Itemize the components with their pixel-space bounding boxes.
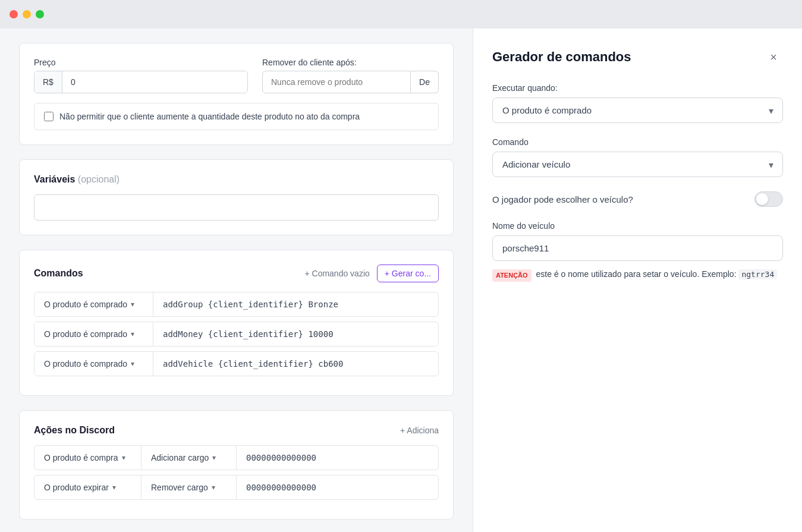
panel-header: Gerador de comandos ×: [492, 48, 783, 67]
chevron-down-icon: ▾: [112, 483, 116, 492]
toggle-knob: [756, 193, 768, 205]
chevron-down-icon: ▾: [131, 300, 134, 309]
command-row: O produto é comprado ▾ addVehicle {clien…: [34, 351, 439, 376]
command-trigger-1[interactable]: O produto é comprado ▾: [34, 292, 153, 316]
comando-select-wrapper: Adicionar veículo Remover veículo Adicio…: [492, 152, 783, 177]
nome-veiculo-label: Nome do veículo: [492, 221, 783, 231]
discord-header: Ações no Discord + Adiciona: [34, 425, 439, 436]
chevron-down-icon: ▾: [212, 483, 215, 492]
commands-title: Comandos: [34, 268, 83, 279]
minimize-button[interactable]: [23, 10, 31, 18]
remove-label: Remover do cliente após:: [262, 58, 439, 67]
comando-label: Comando: [492, 137, 783, 147]
player-choose-vehicle-toggle[interactable]: [754, 191, 783, 207]
chevron-down-icon: ▾: [131, 360, 134, 368]
discord-section: Ações no Discord + Adiciona O produto é …: [19, 410, 454, 520]
panel-title: Gerador de comandos: [492, 49, 631, 65]
chevron-down-icon: ▾: [212, 454, 216, 462]
add-discord-action-button[interactable]: + Adiciona: [400, 426, 439, 435]
warning-row: ATENÇÃO este é o nome utilizado para set…: [492, 268, 783, 282]
variables-subtitle: (opcional): [78, 174, 119, 184]
warning-code: ngtrr34: [738, 269, 777, 279]
remove-input[interactable]: [262, 71, 411, 93]
price-field: R$: [34, 71, 248, 93]
command-text-2: addMoney {client_identifier} 10000: [153, 322, 438, 346]
price-prefix: R$: [34, 71, 62, 93]
discord-title: Ações no Discord: [34, 425, 115, 436]
executar-select[interactable]: O produto é comprado O produto expirar O…: [492, 97, 783, 123]
executar-label: Executar quando:: [492, 83, 783, 93]
warning-text: este é o nome utilizado para setar o veí…: [536, 268, 778, 281]
discord-row: O produto expirar ▾ Remover cargo ▾ 0000…: [34, 475, 439, 500]
variables-section: Variáveis (opcional): [19, 159, 454, 235]
generate-command-button[interactable]: + Gerar co...: [377, 265, 439, 282]
discord-trigger-1[interactable]: O produto é compra ▾: [34, 446, 141, 470]
command-trigger-2-label: O produto é comprado: [44, 329, 127, 339]
quantity-checkbox-label: Não permitir que o cliente aumente a qua…: [59, 112, 360, 121]
discord-action-2-label: Remover cargo: [151, 483, 208, 492]
discord-trigger-2-label: O produto expirar: [44, 483, 109, 492]
chevron-down-icon: ▾: [131, 330, 134, 338]
toggle-label: O jogador pode escolher o veículo?: [492, 194, 633, 204]
discord-action-1[interactable]: Adicionar cargo ▾: [141, 446, 237, 470]
quantity-checkbox[interactable]: [44, 112, 54, 121]
price-section: Preço R$ Remover do cliente após: De Não…: [19, 43, 454, 145]
quantity-checkbox-row: Não permitir que o cliente aumente a qua…: [34, 103, 439, 130]
discord-trigger-1-label: O produto é compra: [44, 453, 118, 462]
add-empty-command-button[interactable]: + Comando vazio: [304, 269, 369, 278]
command-row: O produto é comprado ▾ addGroup {client_…: [34, 292, 439, 317]
atencao-badge: ATENÇÃO: [492, 269, 531, 282]
right-panel: Gerador de comandos × Executar quando: O…: [473, 29, 802, 532]
commands-section: Comandos + Comando vazio + Gerar co... O…: [19, 250, 454, 396]
comando-select[interactable]: Adicionar veículo Remover veículo Adicio…: [492, 152, 783, 177]
chevron-down-icon: ▾: [122, 454, 125, 462]
commands-header: Comandos + Comando vazio + Gerar co...: [34, 265, 439, 282]
toggle-row: O jogador pode escolher o veículo?: [492, 191, 783, 207]
command-trigger-3[interactable]: O produto é comprado ▾: [34, 352, 153, 376]
close-button[interactable]: [10, 10, 18, 18]
discord-value-1: 00000000000000: [237, 446, 438, 470]
price-input[interactable]: [62, 71, 247, 93]
remove-button[interactable]: De: [411, 71, 439, 93]
commands-actions: + Comando vazio + Gerar co...: [304, 265, 439, 282]
maximize-button[interactable]: [36, 10, 44, 18]
discord-action-2[interactable]: Remover cargo ▾: [141, 476, 237, 499]
main-content: Preço R$ Remover do cliente após: De Não…: [0, 29, 473, 532]
command-row: O produto é comprado ▾ addMoney {client_…: [34, 322, 439, 347]
command-trigger-3-label: O produto é comprado: [44, 359, 127, 369]
variables-title: Variáveis: [34, 174, 75, 184]
executar-select-wrapper: O produto é comprado O produto expirar O…: [492, 97, 783, 123]
discord-row: O produto é compra ▾ Adicionar cargo ▾ 0…: [34, 445, 439, 470]
nome-veiculo-input[interactable]: [492, 235, 783, 261]
command-text-1: addGroup {client_identifier} Bronze: [153, 292, 438, 316]
price-label: Preço: [34, 58, 248, 67]
command-trigger-2[interactable]: O produto é comprado ▾: [34, 322, 153, 346]
close-panel-button[interactable]: ×: [764, 48, 783, 67]
command-text-3: addVehicle {client_identifier} cb600: [153, 352, 438, 376]
discord-value-2: 00000000000000: [237, 476, 438, 499]
discord-action-1-label: Adicionar cargo: [151, 453, 209, 462]
command-trigger-1-label: O produto é comprado: [44, 300, 127, 309]
discord-trigger-2[interactable]: O produto expirar ▾: [34, 476, 141, 499]
title-bar: [0, 0, 802, 29]
variables-input[interactable]: [34, 194, 439, 221]
